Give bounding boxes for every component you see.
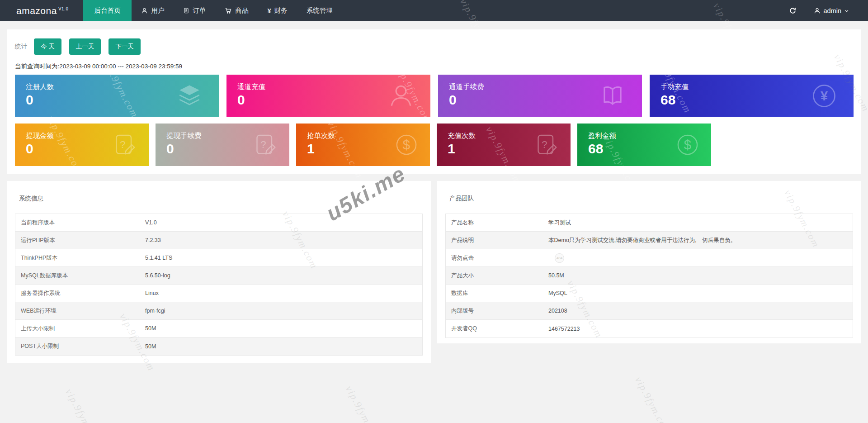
row-value: 202108 (548, 308, 574, 314)
system-info-panel: 系统信息 当前程序版本 V1.0 运行PHP版本 7.2.33 ThinkPHP… (7, 181, 431, 363)
stat-card[interactable]: 通道手续费 0 (438, 75, 642, 117)
table-row: MySQL数据库版本 5.6.50-log (15, 267, 422, 285)
row-value: 1467572213 (548, 326, 586, 332)
admin-username: admin (824, 7, 842, 14)
table-row: 产品说明 本Demo只为学习测试交流,请勿要做商业或者用于违法行为,一切后果自负… (446, 232, 853, 249)
svg-text:?: ? (260, 138, 266, 150)
query-time-text: 当前查询时间为:2023-03-09 00:00:00 --- 2023-03-… (15, 62, 861, 71)
nav-menu-item[interactable]: 订单 (174, 0, 215, 21)
row-value: 学习测试 (548, 219, 577, 227)
table-row: 服务器操作系统 Linux (15, 285, 422, 302)
svg-text:$: $ (403, 138, 410, 152)
svg-text:$: $ (684, 138, 691, 152)
doc-question-icon: ? (113, 133, 137, 157)
stat-card[interactable]: 手动充值 68 ¥ (650, 75, 854, 117)
table-row: 运行PHP版本 7.2.33 (15, 232, 422, 249)
user-icon (814, 7, 821, 14)
row-value: fpm-fcgi (145, 308, 171, 314)
table-row: POST大小限制 50M (15, 337, 422, 355)
row-label: ThinkPHP版本 (15, 254, 145, 262)
admin-dropdown[interactable]: admin (814, 7, 849, 14)
dollar-circle-icon: $ (395, 133, 418, 157)
row-label: 当前程序版本 (15, 219, 145, 227)
table-row: 上传大小限制 50M (15, 320, 422, 337)
table-row: WEB运行环境 fpm-fcgi (15, 302, 422, 320)
row-value: MySQL (548, 290, 574, 296)
refresh-icon[interactable] (789, 7, 797, 14)
nav-menu-item-label: 系统管理 (307, 6, 333, 15)
table-row: ThinkPHP版本 5.1.41 LTS (15, 249, 422, 267)
stat-card[interactable]: 充值次数 1 ? (437, 124, 571, 166)
range-buttons: 今 天上一天下一天 (34, 38, 141, 55)
svg-text:?: ? (120, 138, 126, 150)
row-label: POST大小限制 (15, 342, 145, 350)
stat-card[interactable]: 提现手续费 0 ? (156, 124, 289, 166)
row-label: 数据库 (446, 290, 548, 297)
row-value: Linux (145, 290, 165, 296)
row-label: 运行PHP版本 (15, 237, 145, 244)
navbar-right: admin (789, 7, 849, 14)
yen-circle-icon: ¥ (811, 83, 837, 109)
range-button[interactable]: 今 天 (34, 38, 61, 55)
badge-404[interactable]: 404 (555, 253, 564, 263)
nav-menu-item[interactable]: 用户 (132, 0, 174, 21)
table-row: 当前程序版本 V1.0 (15, 214, 422, 232)
row-label: 产品大小 (446, 272, 548, 280)
svg-text:?: ? (542, 138, 547, 150)
row-label: 产品名称 (446, 219, 548, 227)
row-value: 50M (145, 343, 162, 350)
stats-header: 统计 今 天上一天下一天 (15, 38, 861, 55)
watermark-text: vip.9fym.com (63, 387, 103, 423)
row-value: 7.2.33 (145, 237, 167, 243)
document-icon (183, 7, 189, 14)
person-icon (388, 83, 414, 109)
table-row: 产品大小 50.5M (446, 267, 853, 285)
row-label: MySQL数据库版本 (15, 272, 145, 280)
row-value: 本Demo只为学习测试交流,请勿要做商业或者用于违法行为,一切后果自负。 (548, 237, 742, 244)
doc-question-icon: ? (254, 133, 278, 157)
nav-menu-item-label: 用户 (151, 6, 164, 15)
row-value: 5.1.41 LTS (145, 255, 179, 261)
chevron-down-icon (844, 9, 849, 13)
row-value: V1.0 (145, 219, 163, 226)
svg-text:¥: ¥ (821, 88, 828, 103)
stat-cards-row-1: 注册人数 0 通道充值 0 通道手续费 0 手动充值 68 ¥ (15, 75, 861, 117)
row-value: 50.5M (548, 272, 571, 279)
stat-cards-row-2: 提现金额 0 ? 提现手续费 0 ? 抢单次数 1 $ 充值次数 1 ? 盈利金… (15, 124, 861, 166)
stat-card[interactable]: 抢单次数 1 $ (296, 124, 430, 166)
dollar-circle-icon: $ (676, 133, 699, 157)
row-value: 5.6.50-log (145, 272, 177, 279)
row-label: 请勿点击 (446, 254, 548, 262)
row-value: 50M (145, 325, 162, 332)
row-label: 产品说明 (446, 237, 548, 244)
stat-card[interactable]: 注册人数 0 (15, 75, 219, 117)
nav-menu-item[interactable]: 后台首页 (83, 0, 132, 21)
nav-menu-item-label: 商品 (235, 6, 248, 15)
book-open-icon (599, 83, 626, 109)
main-menu: 后台首页 用户 订单 商品 ¥ 财务 系统管理 (83, 0, 342, 21)
doc-question-icon: ? (535, 133, 559, 157)
table-row: 开发者QQ 1467572213 (446, 320, 853, 337)
stat-card[interactable]: 盈利金额 68 $ (577, 124, 711, 166)
top-navbar: amazonaV1.0 后台首页 用户 订单 商品 ¥ 财务 系统管理 (0, 0, 868, 21)
nav-menu-item-label: 后台首页 (94, 6, 120, 15)
product-info-panel: 产品团队 产品名称 学习测试 产品说明 本Demo只为学习测试交流,请勿要做商业… (437, 181, 861, 343)
cart-icon (225, 7, 232, 14)
brand-version: V1.0 (58, 6, 69, 11)
range-button[interactable]: 下一天 (108, 38, 141, 55)
stat-card[interactable]: 提现金额 0 ? (15, 124, 149, 166)
product-info-table: 产品名称 学习测试 产品说明 本Demo只为学习测试交流,请勿要做商业或者用于违… (445, 214, 853, 338)
stat-card[interactable]: 通道充值 0 (226, 75, 430, 117)
row-label: 服务器操作系统 (15, 290, 145, 297)
nav-menu-item[interactable]: 系统管理 (297, 0, 342, 21)
brand-logo[interactable]: amazonaV1.0 (16, 5, 68, 16)
range-button[interactable]: 上一天 (69, 38, 101, 55)
row-label: 内部版号 (446, 307, 548, 315)
row-label: 上传大小限制 (15, 325, 145, 333)
nav-menu-item[interactable]: ¥ 财务 (258, 0, 297, 21)
row-label: 开发者QQ (446, 325, 548, 333)
system-info-table: 当前程序版本 V1.0 运行PHP版本 7.2.33 ThinkPHP版本 5.… (15, 214, 423, 356)
stats-section-label: 统计 (15, 43, 27, 51)
user-icon (141, 7, 148, 14)
nav-menu-item[interactable]: 商品 (215, 0, 258, 21)
